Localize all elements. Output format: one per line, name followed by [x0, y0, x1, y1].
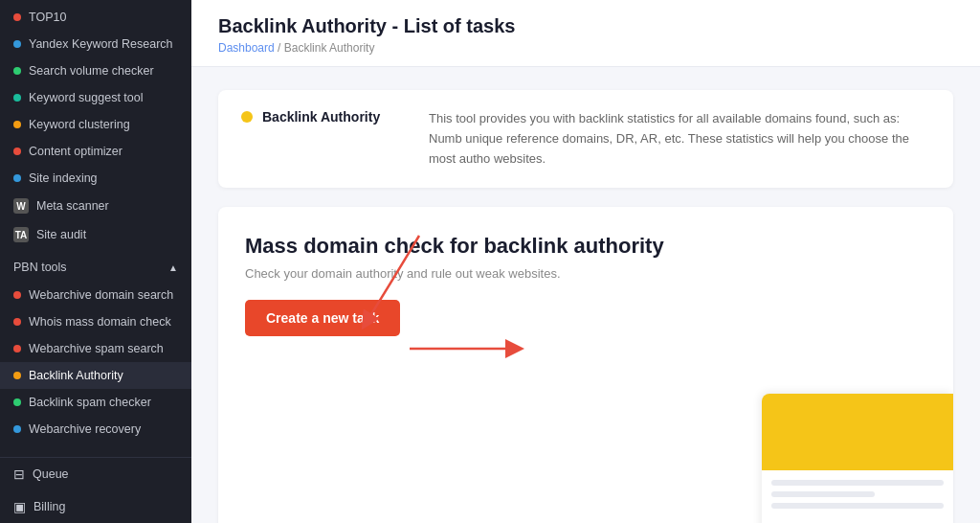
site-audit-badge-icon: TA	[13, 227, 29, 242]
yandex-kw-label: Yandex Keyword Research	[29, 37, 173, 51]
webarchive-domain-dot-icon	[13, 291, 21, 299]
site-audit-label: Site audit	[36, 228, 86, 241]
backlink-spam-dot-icon	[13, 398, 21, 406]
sidebar-item-billing[interactable]: ▣ Billing	[0, 490, 191, 523]
sidebar-bottom: ⊟ Queue ▣ Billing	[0, 457, 191, 523]
backlink-spam-label: Backlink spam checker	[29, 396, 151, 409]
page-title: Backlink Authority - List of tasks	[218, 15, 953, 37]
mass-check-section: Mass domain check for backlink authority…	[218, 207, 953, 523]
search-vol-dot-icon	[13, 67, 21, 75]
top10-dot-icon	[13, 13, 21, 21]
backlink-auth-label: Backlink Authority	[29, 369, 123, 382]
sidebar-item-content-opt[interactable]: Content optimizer	[0, 138, 191, 165]
content-area: Backlink Authority This tool provides yo…	[191, 67, 980, 523]
search-vol-label: Search volume checker	[29, 64, 154, 78]
sidebar: TOP10Yandex Keyword ResearchSearch volum…	[0, 0, 191, 523]
webarchive-rec-label: Webarchive recovery	[29, 422, 141, 436]
tool-info-card: Backlink Authority This tool provides yo…	[218, 90, 953, 188]
sidebar-item-site-index[interactable]: Site indexing	[0, 165, 191, 192]
page-header: Backlink Authority - List of tasks Dashb…	[191, 0, 980, 67]
sidebar-item-kw-cluster[interactable]: Keyword clustering	[0, 111, 191, 138]
sidebar-item-webarchive-spam[interactable]: Webarchive spam search	[0, 335, 191, 362]
queue-icon: ⊟	[13, 466, 25, 482]
preview-line-3	[771, 503, 944, 509]
billing-icon: ▣	[13, 499, 26, 514]
pbn-tools-label: PBN tools	[13, 261, 67, 274]
kw-suggest-dot-icon	[13, 94, 21, 102]
sidebar-item-top10[interactable]: TOP10	[0, 4, 191, 31]
tool-info-left: Backlink Authority	[241, 109, 413, 125]
site-index-dot-icon	[13, 174, 21, 182]
preview-line-1	[771, 480, 944, 486]
pbn-chevron-icon: ▲	[168, 262, 178, 273]
breadcrumb-home[interactable]: Dashboard	[218, 41, 275, 55]
sidebar-item-search-vol[interactable]: Search volume checker	[0, 57, 191, 84]
site-index-label: Site indexing	[29, 171, 98, 185]
pbn-items-list: Webarchive domain searchWhois mass domai…	[0, 282, 191, 443]
kw-suggest-label: Keyword suggest tool	[29, 91, 144, 104]
sidebar-item-queue[interactable]: ⊟ Queue	[0, 458, 191, 490]
backlink-auth-dot-icon	[13, 372, 21, 379]
content-opt-dot-icon	[13, 148, 21, 155]
whois-mass-dot-icon	[13, 318, 21, 326]
sidebar-item-queue-label: Queue	[33, 467, 69, 481]
webarchive-spam-dot-icon	[13, 345, 21, 352]
preview-line-2	[771, 491, 875, 497]
sidebar-item-webarchive-domain[interactable]: Webarchive domain search	[0, 282, 191, 308]
preview-card	[762, 394, 953, 523]
mass-check-title: Mass domain check for backlink authority	[245, 234, 926, 259]
create-task-button[interactable]: Create a new task	[245, 300, 400, 336]
breadcrumb: Dashboard / Backlink Authority	[218, 41, 953, 55]
sidebar-top-section: TOP10Yandex Keyword ResearchSearch volum…	[0, 0, 191, 253]
breadcrumb-current: Backlink Authority	[284, 41, 375, 55]
meta-scan-label: Meta scanner	[36, 199, 109, 213]
webarchive-domain-label: Webarchive domain search	[29, 288, 173, 302]
sidebar-item-kw-suggest[interactable]: Keyword suggest tool	[0, 84, 191, 111]
breadcrumb-separator: /	[275, 41, 284, 55]
main-content: Backlink Authority - List of tasks Dashb…	[191, 0, 980, 523]
sidebar-item-meta-scan[interactable]: WMeta scanner	[0, 192, 191, 220]
mass-check-subtitle: Check your domain authority and rule out…	[245, 266, 926, 281]
top10-label: TOP10	[29, 11, 66, 24]
sidebar-item-webarchive-rec[interactable]: Webarchive recovery	[0, 416, 191, 443]
sidebar-item-site-audit[interactable]: TASite audit	[0, 220, 191, 249]
webarchive-spam-label: Webarchive spam search	[29, 342, 164, 355]
tool-description: This tool provides you with backlink sta…	[429, 109, 930, 169]
kw-cluster-dot-icon	[13, 121, 21, 128]
sidebar-item-billing-label: Billing	[33, 500, 65, 513]
preview-card-yellow-top	[762, 394, 953, 470]
tool-name: Backlink Authority	[262, 109, 380, 125]
pbn-tools-section-header[interactable]: PBN tools ▲	[0, 253, 191, 282]
webarchive-rec-dot-icon	[13, 425, 21, 433]
kw-cluster-label: Keyword clustering	[29, 118, 130, 131]
sidebar-item-yandex-kw[interactable]: Yandex Keyword Research	[0, 31, 191, 57]
sidebar-item-whois-mass[interactable]: Whois mass domain check	[0, 308, 191, 335]
preview-card-lines	[762, 470, 953, 518]
whois-mass-label: Whois mass domain check	[29, 315, 171, 329]
content-opt-label: Content optimizer	[29, 145, 122, 158]
tool-dot-icon	[241, 111, 253, 123]
meta-scan-badge-icon: W	[13, 198, 29, 214]
sidebar-item-backlink-auth[interactable]: Backlink Authority	[0, 362, 191, 389]
yandex-kw-dot-icon	[13, 40, 21, 48]
sidebar-item-backlink-spam[interactable]: Backlink spam checker	[0, 389, 191, 416]
